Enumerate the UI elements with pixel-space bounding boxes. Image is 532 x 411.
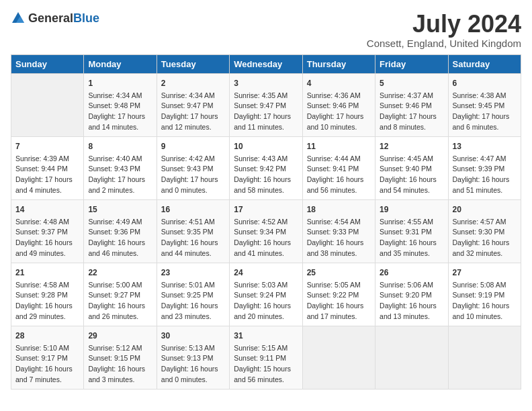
- day-number: 12: [380, 140, 443, 152]
- day-info-line: and 11 minutes.: [234, 122, 298, 133]
- day-number: 23: [161, 267, 225, 279]
- calendar-cell: 23Sunrise: 5:01 AMSunset: 9:25 PMDayligh…: [157, 263, 229, 326]
- day-info-line: Daylight: 16 hours: [453, 175, 517, 185]
- calendar-cell: 22Sunrise: 5:00 AMSunset: 9:27 PMDayligh…: [84, 263, 157, 326]
- day-info-line: Sunrise: 4:40 AM: [88, 154, 152, 165]
- day-number: 9: [161, 140, 225, 152]
- day-info-line: and 23 minutes.: [161, 312, 225, 322]
- calendar-cell: [375, 326, 448, 389]
- day-info-line: and 44 minutes.: [161, 248, 225, 259]
- day-info-line: Daylight: 16 hours: [380, 175, 443, 185]
- calendar-cell: [448, 326, 521, 389]
- logo-general: General: [28, 11, 73, 25]
- day-number: 8: [88, 140, 152, 152]
- calendar-cell: 16Sunrise: 4:51 AMSunset: 9:35 PMDayligh…: [157, 199, 229, 263]
- day-info-line: Daylight: 16 hours: [15, 238, 79, 248]
- day-info-line: Sunset: 9:45 PM: [453, 101, 517, 111]
- day-number: 1: [88, 77, 152, 89]
- calendar-cell: 29Sunrise: 5:12 AMSunset: 9:15 PMDayligh…: [84, 326, 157, 389]
- day-number: 24: [234, 267, 298, 279]
- day-info-line: Sunset: 9:37 PM: [15, 227, 79, 238]
- day-info-line: and 0 minutes.: [161, 375, 225, 385]
- day-info-line: Sunset: 9:40 PM: [380, 164, 443, 175]
- calendar-cell: 25Sunrise: 5:05 AMSunset: 9:22 PMDayligh…: [302, 263, 375, 326]
- day-info-line: Sunrise: 4:58 AM: [15, 280, 79, 291]
- calendar-body: 1Sunrise: 4:34 AMSunset: 9:48 PMDaylight…: [11, 73, 521, 389]
- day-info-line: Sunset: 9:27 PM: [88, 290, 152, 301]
- day-info-line: and 41 minutes.: [234, 248, 298, 259]
- calendar-cell: 6Sunrise: 4:38 AMSunset: 9:45 PMDaylight…: [448, 73, 521, 136]
- calendar-cell: 31Sunrise: 5:15 AMSunset: 9:11 PMDayligh…: [230, 326, 302, 389]
- calendar-cell: 11Sunrise: 4:44 AMSunset: 9:41 PMDayligh…: [302, 136, 375, 199]
- day-info-line: and 35 minutes.: [380, 248, 443, 259]
- calendar-cell: 10Sunrise: 4:43 AMSunset: 9:42 PMDayligh…: [230, 136, 302, 199]
- day-info-line: Sunrise: 5:05 AM: [307, 280, 371, 291]
- day-info-line: Sunrise: 5:10 AM: [15, 343, 79, 354]
- day-info-line: Sunrise: 4:35 AM: [234, 91, 298, 101]
- month-year-title: July 2024: [367, 11, 521, 38]
- day-number: 20: [453, 203, 517, 216]
- day-number: 16: [161, 203, 225, 216]
- logo-icon: [11, 11, 26, 26]
- day-info-line: and 49 minutes.: [15, 248, 79, 259]
- day-info-line: Daylight: 16 hours: [88, 301, 152, 312]
- day-info-line: Sunrise: 4:39 AM: [15, 154, 79, 165]
- calendar-cell: 7Sunrise: 4:39 AMSunset: 9:44 PMDaylight…: [11, 136, 84, 199]
- day-info-line: Daylight: 16 hours: [234, 175, 298, 185]
- day-info-line: Sunset: 9:46 PM: [307, 101, 371, 111]
- day-info-line: Daylight: 17 hours: [380, 111, 443, 122]
- calendar-cell: 3Sunrise: 4:35 AMSunset: 9:47 PMDaylight…: [230, 73, 302, 136]
- day-number: 13: [453, 140, 517, 152]
- day-info-line: and 32 minutes.: [453, 248, 517, 259]
- calendar-cell: 27Sunrise: 5:08 AMSunset: 9:19 PMDayligh…: [448, 263, 521, 326]
- day-number: 15: [88, 203, 152, 216]
- day-info-line: and 8 minutes.: [380, 122, 443, 133]
- day-info-line: Daylight: 16 hours: [380, 301, 443, 312]
- day-number: 31: [234, 330, 298, 342]
- day-info-line: Sunset: 9:20 PM: [380, 290, 443, 301]
- day-info-line: Daylight: 17 hours: [453, 111, 517, 122]
- day-info-line: Sunrise: 4:51 AM: [161, 217, 225, 228]
- day-info-line: Sunrise: 5:08 AM: [453, 280, 517, 291]
- calendar-cell: 19Sunrise: 4:55 AMSunset: 9:31 PMDayligh…: [375, 199, 448, 263]
- day-number: 6: [453, 77, 517, 89]
- day-info-line: Daylight: 15 hours: [234, 364, 298, 375]
- calendar-cell: 24Sunrise: 5:03 AMSunset: 9:24 PMDayligh…: [230, 263, 302, 326]
- day-info-line: Sunrise: 4:44 AM: [307, 154, 371, 165]
- day-info-line: Sunrise: 5:15 AM: [234, 343, 298, 354]
- calendar-cell: 5Sunrise: 4:37 AMSunset: 9:46 PMDaylight…: [375, 73, 448, 136]
- day-info-line: Sunset: 9:33 PM: [307, 227, 371, 238]
- day-info-line: Sunrise: 4:43 AM: [234, 154, 298, 165]
- day-info-line: Sunset: 9:43 PM: [88, 164, 152, 175]
- day-info-line: Sunset: 9:46 PM: [380, 101, 443, 111]
- day-info-line: Sunrise: 4:54 AM: [307, 217, 371, 228]
- calendar-cell: 21Sunrise: 4:58 AMSunset: 9:28 PMDayligh…: [11, 263, 84, 326]
- calendar-cell: 2Sunrise: 4:34 AMSunset: 9:47 PMDaylight…: [157, 73, 229, 136]
- day-info-line: Daylight: 16 hours: [161, 301, 225, 312]
- day-number: 22: [88, 267, 152, 279]
- day-info-line: Daylight: 17 hours: [88, 175, 152, 185]
- day-info-line: and 38 minutes.: [307, 248, 371, 259]
- day-info-line: and 46 minutes.: [88, 248, 152, 259]
- day-info-line: Sunrise: 5:00 AM: [88, 280, 152, 291]
- day-info-line: Sunrise: 5:12 AM: [88, 343, 152, 354]
- day-info-line: Daylight: 17 hours: [234, 111, 298, 122]
- day-info-line: Sunrise: 4:48 AM: [15, 217, 79, 228]
- day-info-line: Daylight: 17 hours: [15, 175, 79, 185]
- day-info-line: Sunset: 9:31 PM: [380, 227, 443, 238]
- day-info-line: Sunset: 9:25 PM: [161, 290, 225, 301]
- day-info-line: Sunset: 9:48 PM: [88, 101, 152, 111]
- calendar-cell: 17Sunrise: 4:52 AMSunset: 9:34 PMDayligh…: [230, 199, 302, 263]
- day-info-line: Sunset: 9:22 PM: [307, 290, 371, 301]
- col-thursday: Thursday: [302, 54, 375, 73]
- day-info-line: and 4 minutes.: [15, 185, 79, 196]
- day-number: 5: [380, 77, 443, 89]
- day-info-line: and 13 minutes.: [380, 312, 443, 322]
- day-info-line: Sunrise: 4:38 AM: [453, 91, 517, 101]
- day-info-line: Daylight: 17 hours: [307, 111, 371, 122]
- day-info-line: Daylight: 16 hours: [15, 364, 79, 375]
- calendar-header: Sunday Monday Tuesday Wednesday Thursday…: [11, 54, 521, 73]
- day-info-line: Daylight: 16 hours: [453, 238, 517, 248]
- day-info-line: Sunrise: 4:57 AM: [453, 217, 517, 228]
- day-info-line: and 3 minutes.: [88, 375, 152, 385]
